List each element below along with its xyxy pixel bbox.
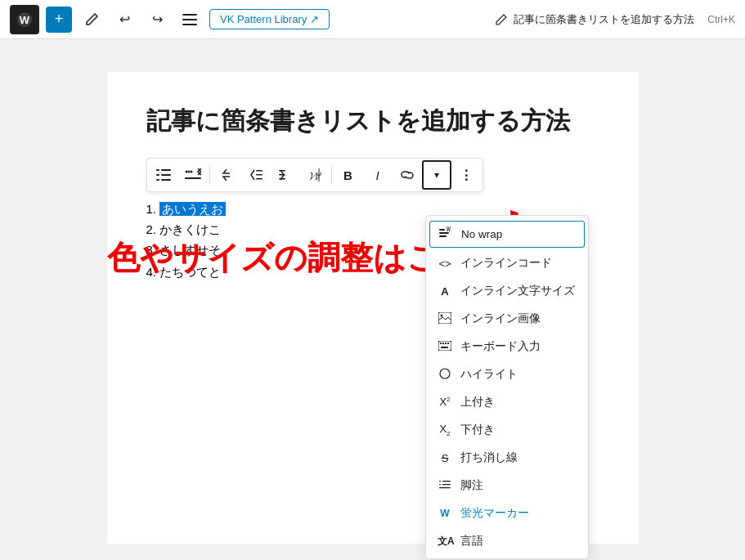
svg-rect-19 bbox=[279, 174, 285, 176]
dropdown-label-subscript: 下付き bbox=[460, 423, 495, 437]
list-text-4: たちつてと bbox=[159, 265, 221, 279]
dropdown-label-superscript: 上付き bbox=[460, 395, 495, 410]
svg-rect-4 bbox=[182, 24, 197, 25]
indent-options-button[interactable] bbox=[178, 160, 208, 190]
keyboard-shortcut: Ctrl+K bbox=[707, 14, 735, 25]
typography-icon: 𝓦 bbox=[307, 168, 322, 181]
svg-point-11 bbox=[185, 171, 187, 173]
language-icon: 文A bbox=[438, 535, 452, 549]
svg-rect-29 bbox=[438, 341, 451, 351]
svg-rect-15 bbox=[256, 170, 263, 172]
list-text-3: さしすせそ bbox=[159, 243, 221, 257]
svg-rect-36 bbox=[439, 487, 451, 488]
undo-button[interactable]: ↩ bbox=[111, 7, 137, 33]
more-icon: ⋮ bbox=[460, 168, 473, 183]
link-icon bbox=[400, 169, 415, 181]
dropdown-label-nowrap: No wrap bbox=[461, 228, 502, 240]
top-bar: W + ↩ ↪ VK Pattern Library ↗ 記事に箇条書きリストを… bbox=[0, 0, 745, 39]
dropdown-label-inline-image: インライン画像 bbox=[460, 311, 541, 326]
list-type-button[interactable] bbox=[149, 160, 178, 190]
indent-options-icon bbox=[185, 168, 201, 181]
svg-point-28 bbox=[441, 314, 443, 316]
move-item-button[interactable] bbox=[212, 160, 241, 190]
dropdown-item-marker[interactable]: W 蛍光マーカー bbox=[426, 500, 588, 527]
indent-left-button[interactable] bbox=[241, 160, 271, 190]
svg-rect-20 bbox=[279, 178, 285, 180]
svg-rect-5 bbox=[156, 169, 159, 171]
pencil-icon bbox=[84, 12, 99, 27]
post-heading[interactable]: 記事に箇条書きリストを追加する方法 bbox=[146, 105, 599, 138]
list-num-1: 1. bbox=[146, 202, 157, 216]
list-icon bbox=[156, 168, 171, 181]
dropdown-item-nowrap[interactable]: W No wrap bbox=[429, 221, 585, 248]
italic-icon: I bbox=[375, 168, 379, 182]
marker-icon: W bbox=[438, 508, 452, 519]
dropdown-label-highlight: ハイライト bbox=[460, 367, 518, 382]
dropdown-item-subscript[interactable]: X2 下付き bbox=[426, 416, 588, 444]
dropdown-item-inline-fontsize[interactable]: A インライン文字サイズ bbox=[426, 277, 588, 305]
redo-button[interactable]: ↪ bbox=[144, 7, 170, 33]
svg-rect-8 bbox=[161, 174, 171, 176]
svg-rect-23 bbox=[439, 229, 445, 231]
dropdown-item-highlight[interactable]: ハイライト bbox=[426, 361, 588, 388]
dropdown-item-inline-code[interactable]: <> インラインコード bbox=[426, 249, 588, 277]
italic-button[interactable]: I bbox=[363, 160, 393, 190]
edit-mode-button[interactable] bbox=[79, 7, 105, 33]
svg-rect-18 bbox=[279, 170, 285, 172]
chevron-down-icon: ▾ bbox=[434, 169, 439, 181]
list-text-1-highlighted: あいうえお bbox=[159, 202, 226, 216]
indent-right-button[interactable] bbox=[271, 160, 300, 190]
dropdown-item-language[interactable]: 文A 言語 bbox=[426, 527, 588, 555]
typography-button[interactable]: 𝓦 bbox=[300, 160, 330, 190]
nowrap-icon: W bbox=[438, 226, 453, 242]
dropdown-item-superscript[interactable]: X2 上付き bbox=[426, 388, 588, 416]
list-num-2: 2. bbox=[146, 222, 157, 236]
strikethrough-icon: S bbox=[438, 452, 452, 464]
pencil-small-icon bbox=[496, 14, 507, 25]
editor-area: 記事に箇条書きリストを追加する方法 bbox=[0, 39, 745, 560]
dropdown-item-strikethrough[interactable]: S 打ち消し線 bbox=[426, 444, 588, 472]
svg-rect-7 bbox=[156, 174, 159, 176]
dropdown-label-strikethrough: 打ち消し線 bbox=[460, 450, 518, 465]
dropdown-label-footnote: 脚注 bbox=[460, 478, 483, 493]
block-toolbar: 𝓦 B I ▾ ⋮ bbox=[146, 158, 483, 192]
options-button[interactable]: ⋮ bbox=[451, 160, 481, 190]
dropdown-label-keyboard: キーボード入力 bbox=[460, 339, 541, 354]
svg-rect-3 bbox=[182, 19, 197, 20]
inline-code-icon: <> bbox=[438, 258, 452, 270]
superscript-icon: X2 bbox=[438, 396, 452, 408]
inline-fontsize-icon: A bbox=[438, 285, 452, 298]
menu-icon bbox=[182, 14, 197, 25]
svg-rect-31 bbox=[442, 343, 444, 344]
more-options-chevron-button[interactable]: ▾ bbox=[422, 160, 451, 190]
svg-rect-25 bbox=[439, 235, 447, 237]
svg-text:W: W bbox=[447, 226, 451, 233]
dropdown-menu: W No wrap <> インラインコード A インライン文字サイズ インライン… bbox=[425, 215, 589, 559]
svg-text:W: W bbox=[20, 14, 30, 26]
bold-button[interactable]: B bbox=[334, 160, 363, 190]
keyboard-icon bbox=[438, 340, 452, 353]
dropdown-item-footnote[interactable]: 脚注 bbox=[426, 472, 588, 500]
add-block-button[interactable]: + bbox=[46, 7, 72, 33]
svg-rect-6 bbox=[161, 169, 171, 171]
pattern-library-button[interactable]: VK Pattern Library ↗ bbox=[209, 9, 330, 29]
dropdown-item-keyboard[interactable]: キーボード入力 bbox=[426, 333, 588, 361]
highlight-icon bbox=[438, 368, 452, 382]
svg-rect-33 bbox=[447, 343, 449, 344]
undo-icon: ↩ bbox=[119, 11, 130, 27]
inline-image-icon bbox=[438, 312, 452, 326]
svg-point-13 bbox=[190, 171, 192, 173]
svg-text:𝓦: 𝓦 bbox=[308, 170, 322, 181]
move-icon bbox=[220, 168, 233, 181]
post-title-display[interactable]: 記事に箇条書きリストを追加する方法 bbox=[514, 12, 694, 27]
menu-button[interactable] bbox=[177, 7, 203, 33]
dropdown-label-language: 言語 bbox=[460, 534, 483, 549]
indent-right-icon bbox=[279, 169, 292, 181]
indent-left-icon bbox=[249, 169, 263, 181]
dropdown-item-inline-image[interactable]: インライン画像 bbox=[426, 305, 588, 333]
toolbar-sep-2 bbox=[331, 165, 332, 185]
link-button[interactable] bbox=[393, 160, 422, 190]
svg-rect-38 bbox=[442, 481, 451, 482]
svg-rect-37 bbox=[439, 481, 441, 482]
dropdown-label-marker: 蛍光マーカー bbox=[460, 506, 529, 521]
